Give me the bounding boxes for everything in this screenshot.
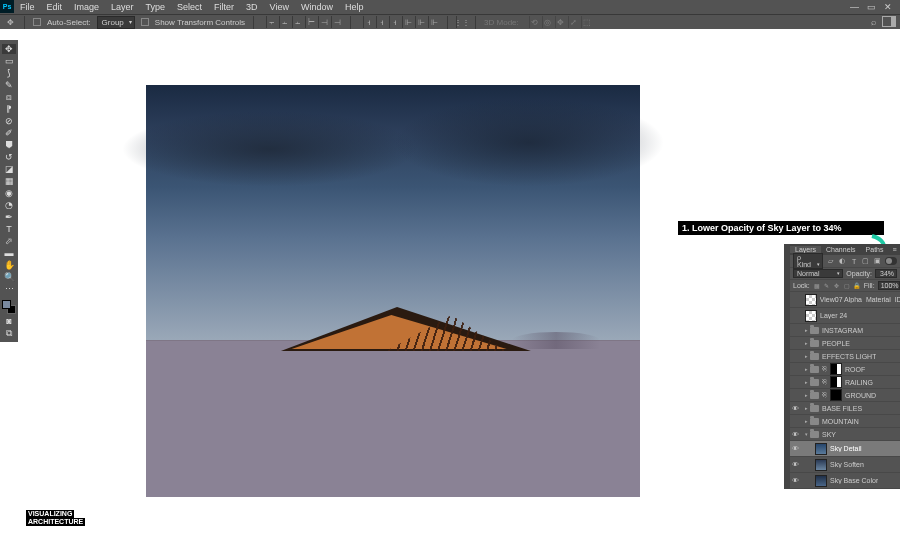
search-icon[interactable]: ⌕: [871, 17, 876, 27]
dist-3-icon[interactable]: ⫞: [389, 16, 400, 28]
gradient-tool[interactable]: ▦: [2, 176, 16, 186]
menu-type[interactable]: Type: [140, 2, 172, 12]
disclosure-closed-icon[interactable]: ▸: [805, 327, 808, 333]
disclosure-closed-icon[interactable]: ▸: [805, 379, 808, 385]
tab-layers[interactable]: Layers: [790, 246, 821, 253]
menu-layer[interactable]: Layer: [105, 2, 140, 12]
menu-window[interactable]: Window: [295, 2, 339, 12]
filter-smart-icon[interactable]: ▣: [873, 257, 882, 266]
path-select-tool[interactable]: ⬀: [2, 236, 16, 246]
filter-shape-icon[interactable]: ▢: [861, 257, 870, 266]
shape-tool[interactable]: ▬: [2, 248, 16, 258]
layer-row[interactable]: View07 Alpha_Material_ID: [790, 292, 900, 308]
canvas-area[interactable]: [18, 29, 900, 544]
color-swatches[interactable]: [2, 300, 16, 314]
layer-row[interactable]: ▸⛓RAILING: [790, 376, 900, 389]
workspace-mode-icon[interactable]: [882, 16, 896, 27]
screen-mode-icon[interactable]: ⧉: [2, 328, 16, 338]
layer-row[interactable]: ▸⛓GROUND: [790, 389, 900, 402]
lasso-tool[interactable]: ⟆: [2, 68, 16, 78]
visibility-toggle[interactable]: 👁: [790, 477, 801, 484]
marquee-tool[interactable]: ▭: [2, 56, 16, 66]
minimize-button[interactable]: —: [850, 2, 859, 12]
filter-toggle[interactable]: [885, 257, 897, 265]
disclosure-closed-icon[interactable]: ▸: [805, 392, 808, 398]
dist-1-icon[interactable]: ⫞: [363, 16, 374, 28]
layer-mask-thumb[interactable]: [830, 389, 842, 401]
lock-all-icon[interactable]: 🔒: [853, 282, 861, 290]
layer-row[interactable]: ▸EFFECTS LIGHT: [790, 350, 900, 363]
hand-tool[interactable]: ✋: [2, 260, 16, 270]
foreground-color[interactable]: [2, 300, 11, 309]
fill-input[interactable]: 100%: [878, 281, 900, 290]
eraser-tool[interactable]: ◪: [2, 164, 16, 174]
edit-toolbar-icon[interactable]: ⋯: [2, 284, 16, 294]
menu-filter[interactable]: Filter: [208, 2, 240, 12]
tab-channels[interactable]: Channels: [821, 246, 861, 253]
align-hcenter-icon[interactable]: ⊣: [318, 16, 329, 28]
filter-pixel-icon[interactable]: ▱: [826, 257, 835, 266]
layer-thumb[interactable]: [805, 310, 817, 322]
menu-select[interactable]: Select: [171, 2, 208, 12]
visibility-toggle[interactable]: 👁: [790, 405, 801, 412]
layer-thumb[interactable]: [815, 443, 827, 455]
layer-mask-thumb[interactable]: [830, 376, 842, 388]
layer-row[interactable]: 👁Sky Detail: [790, 441, 900, 457]
align-left-icon[interactable]: ⊢: [305, 16, 316, 28]
disclosure-closed-icon[interactable]: ▸: [805, 405, 808, 411]
quick-select-tool[interactable]: ✎: [2, 80, 16, 90]
brush-tool[interactable]: ✐: [2, 128, 16, 138]
layer-row[interactable]: ▸INSTAGRAM: [790, 324, 900, 337]
eyedropper-tool[interactable]: ⁋: [2, 104, 16, 114]
align-vcenter-icon[interactable]: ⫠: [279, 16, 290, 28]
layer-row[interactable]: ▸PEOPLE: [790, 337, 900, 350]
menu-help[interactable]: Help: [339, 2, 370, 12]
align-right-icon[interactable]: ⊣: [331, 16, 342, 28]
dodge-tool[interactable]: ◔: [2, 200, 16, 210]
lock-artboard-icon[interactable]: ▢: [843, 282, 851, 290]
filter-kind-dropdown[interactable]: ρ Kind: [793, 253, 823, 269]
layer-row[interactable]: 👁▾SKY: [790, 428, 900, 441]
crop-tool[interactable]: ⧈: [2, 92, 16, 102]
dist-6-icon[interactable]: ⊩: [428, 16, 439, 28]
layer-row[interactable]: 👁Sky Soften: [790, 457, 900, 473]
history-brush-tool[interactable]: ↺: [2, 152, 16, 162]
dist-4-icon[interactable]: ⊩: [402, 16, 413, 28]
lock-position-icon[interactable]: ✥: [833, 282, 841, 290]
align-bottom-icon[interactable]: ⫠: [292, 16, 303, 28]
layer-row[interactable]: ▸⛓ROOF: [790, 363, 900, 376]
tab-paths[interactable]: Paths: [861, 246, 889, 253]
auto-select-checkbox[interactable]: [33, 18, 41, 26]
zoom-tool[interactable]: 🔍: [2, 272, 16, 282]
align-top-icon[interactable]: ⫟: [266, 16, 277, 28]
opacity-input[interactable]: 34%: [875, 269, 897, 278]
filter-adjust-icon[interactable]: ◐: [838, 257, 847, 266]
move-tool[interactable]: ✥: [2, 44, 16, 54]
dist-2-icon[interactable]: ⫞: [376, 16, 387, 28]
close-button[interactable]: ✕: [884, 2, 892, 12]
menu-image[interactable]: Image: [68, 2, 105, 12]
visibility-toggle[interactable]: 👁: [790, 431, 801, 438]
panel-collapse-strip[interactable]: [784, 244, 790, 489]
disclosure-closed-icon[interactable]: ▸: [805, 418, 808, 424]
layer-row[interactable]: Layer 24: [790, 308, 900, 324]
panel-menu-icon[interactable]: ≡: [889, 246, 901, 253]
disclosure-closed-icon[interactable]: ▸: [805, 353, 808, 359]
layer-thumb[interactable]: [805, 294, 817, 306]
stamp-tool[interactable]: ⛊: [2, 140, 16, 150]
more-options-icon[interactable]: ⋮⋮: [456, 16, 467, 28]
blur-tool[interactable]: ◉: [2, 188, 16, 198]
layer-row[interactable]: 👁Sky Base Color: [790, 473, 900, 489]
healing-tool[interactable]: ⊘: [2, 116, 16, 126]
filter-type-icon[interactable]: T: [850, 257, 859, 266]
disclosure-closed-icon[interactable]: ▸: [805, 340, 808, 346]
menu-view[interactable]: View: [264, 2, 295, 12]
maximize-button[interactable]: ▭: [867, 2, 876, 12]
menu-edit[interactable]: Edit: [41, 2, 69, 12]
pen-tool[interactable]: ✒: [2, 212, 16, 222]
visibility-toggle[interactable]: 👁: [790, 461, 801, 468]
layer-thumb[interactable]: [815, 459, 827, 471]
dist-5-icon[interactable]: ⊩: [415, 16, 426, 28]
layer-mask-thumb[interactable]: [830, 363, 842, 375]
lock-transparency-icon[interactable]: ▩: [813, 282, 821, 290]
